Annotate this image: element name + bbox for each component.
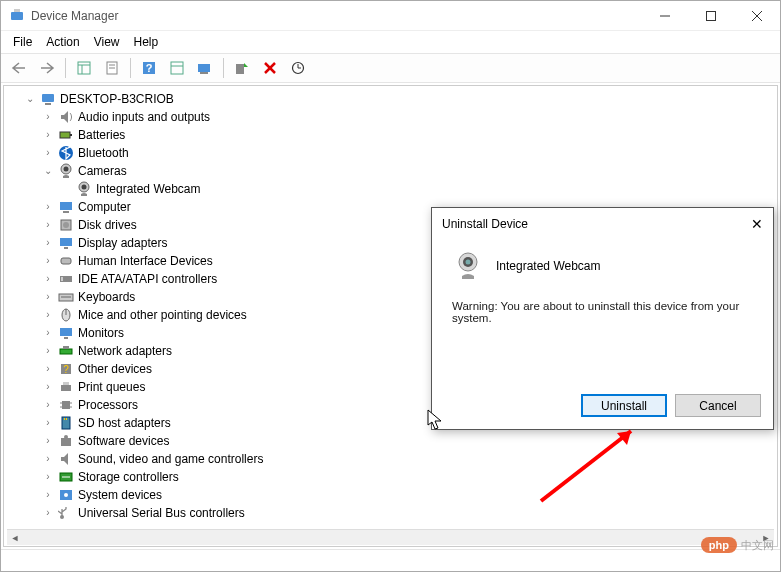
dialog-device-name: Integrated Webcam <box>496 259 601 273</box>
chevron-icon[interactable]: › <box>42 471 54 483</box>
tree-item[interactable]: ⌄Cameras <box>40 162 777 180</box>
uninstall-button[interactable]: Uninstall <box>581 394 667 417</box>
tree-root[interactable]: ⌄ DESKTOP-B3CRIOB <box>22 90 777 108</box>
cancel-button[interactable]: Cancel <box>675 394 761 417</box>
uninstall-device-button[interactable] <box>258 57 282 79</box>
chevron-icon[interactable]: › <box>42 237 54 249</box>
chevron-icon[interactable]: › <box>42 453 54 465</box>
menu-file[interactable]: File <box>7 33 38 51</box>
menu-action[interactable]: Action <box>40 33 85 51</box>
dialog-titlebar: Uninstall Device ✕ <box>432 208 773 240</box>
show-hide-tree-button[interactable] <box>72 57 96 79</box>
svg-text:?: ? <box>146 62 153 74</box>
update-driver-button[interactable] <box>193 57 217 79</box>
scroll-track[interactable] <box>23 530 758 545</box>
back-button[interactable] <box>7 57 31 79</box>
horizontal-scrollbar[interactable]: ◄ ► <box>7 529 774 545</box>
chevron-icon[interactable]: › <box>42 111 54 123</box>
chevron-icon[interactable]: › <box>42 363 54 375</box>
svg-rect-58 <box>64 418 65 420</box>
tree-item-label: Print queues <box>78 378 145 396</box>
tree-item[interactable]: ›System devices <box>40 486 777 504</box>
keyboard-icon <box>58 289 74 305</box>
tree-item-label: Mice and other pointing devices <box>78 306 247 324</box>
svg-rect-60 <box>61 438 71 446</box>
chevron-icon[interactable]: › <box>42 327 54 339</box>
close-button[interactable] <box>734 1 780 31</box>
tree-item-label: Cameras <box>78 162 127 180</box>
camera-icon <box>76 181 92 197</box>
dialog-close-button[interactable]: ✕ <box>751 216 763 232</box>
chevron-icon[interactable]: › <box>42 381 54 393</box>
tree-item-label: System devices <box>78 486 162 504</box>
tree-item[interactable]: ›Batteries <box>40 126 777 144</box>
tree-item[interactable]: ›Bluetooth <box>40 144 777 162</box>
scroll-left-button[interactable]: ◄ <box>7 530 23 546</box>
webcam-icon <box>452 250 484 282</box>
svg-rect-35 <box>60 238 72 246</box>
enable-device-button[interactable] <box>230 57 254 79</box>
tree-item-label: Disk drives <box>78 216 137 234</box>
show-hidden-button[interactable] <box>165 57 189 79</box>
camera-icon <box>58 163 74 179</box>
chevron-icon[interactable]: › <box>42 147 54 159</box>
tree-item-label: SD host adapters <box>78 414 171 432</box>
chevron-icon[interactable]: › <box>42 345 54 357</box>
chevron-icon[interactable]: › <box>42 435 54 447</box>
svg-rect-37 <box>61 258 71 264</box>
svg-rect-39 <box>61 277 63 281</box>
svg-point-61 <box>64 435 68 439</box>
svg-rect-31 <box>60 202 72 210</box>
svg-rect-59 <box>66 418 67 420</box>
tree-item[interactable]: ›Universal Serial Bus controllers <box>40 504 777 522</box>
tree-item[interactable]: ›Sound, video and game controllers <box>40 450 777 468</box>
tree-item[interactable]: ›Software devices <box>40 432 777 450</box>
help-button[interactable]: ? <box>137 57 161 79</box>
statusbar <box>1 549 780 571</box>
monitor-icon <box>58 325 74 341</box>
svg-rect-51 <box>63 382 69 385</box>
chevron-icon[interactable]: › <box>42 417 54 429</box>
scan-hardware-button[interactable] <box>286 57 310 79</box>
disk-icon <box>58 217 74 233</box>
svg-point-30 <box>82 185 87 190</box>
menu-view[interactable]: View <box>88 33 126 51</box>
svg-point-28 <box>64 167 69 172</box>
svg-point-68 <box>466 260 471 265</box>
tree-item-label: Storage controllers <box>78 468 179 486</box>
chevron-icon[interactable]: › <box>42 255 54 267</box>
maximize-button[interactable] <box>688 1 734 31</box>
chevron-icon[interactable]: › <box>42 309 54 321</box>
tree-item[interactable]: Integrated Webcam <box>58 180 777 198</box>
tree-root-label: DESKTOP-B3CRIOB <box>60 90 174 108</box>
dialog-button-row: Uninstall Cancel <box>432 394 773 429</box>
chevron-icon[interactable]: › <box>42 399 54 411</box>
svg-rect-3 <box>707 11 716 20</box>
chevron-icon[interactable]: › <box>42 201 54 213</box>
bluetooth-icon <box>58 145 74 161</box>
menu-help[interactable]: Help <box>128 33 165 51</box>
dialog-body: Integrated Webcam Warning: You are about… <box>432 240 773 394</box>
svg-rect-47 <box>63 346 69 349</box>
chevron-icon[interactable]: › <box>42 507 54 519</box>
minimize-button[interactable] <box>642 1 688 31</box>
window-title: Device Manager <box>31 9 118 23</box>
tree-item[interactable]: ›Storage controllers <box>40 468 777 486</box>
chevron-icon[interactable]: › <box>42 489 54 501</box>
chevron-icon[interactable]: ⌄ <box>42 165 54 177</box>
window-title-area: Device Manager <box>9 8 642 24</box>
separator <box>130 58 131 78</box>
chevron-icon[interactable]: › <box>42 219 54 231</box>
chevron-icon[interactable]: › <box>42 273 54 285</box>
forward-button[interactable] <box>35 57 59 79</box>
svg-rect-25 <box>70 134 72 136</box>
properties-button[interactable] <box>100 57 124 79</box>
tree-item-label: Sound, video and game controllers <box>78 450 263 468</box>
svg-rect-24 <box>60 132 70 138</box>
software-icon <box>58 433 74 449</box>
chevron-icon[interactable]: › <box>42 291 54 303</box>
menubar: File Action View Help <box>1 31 780 53</box>
chevron-down-icon[interactable]: ⌄ <box>24 93 36 105</box>
chevron-icon[interactable]: › <box>42 129 54 141</box>
tree-item[interactable]: ›Audio inputs and outputs <box>40 108 777 126</box>
